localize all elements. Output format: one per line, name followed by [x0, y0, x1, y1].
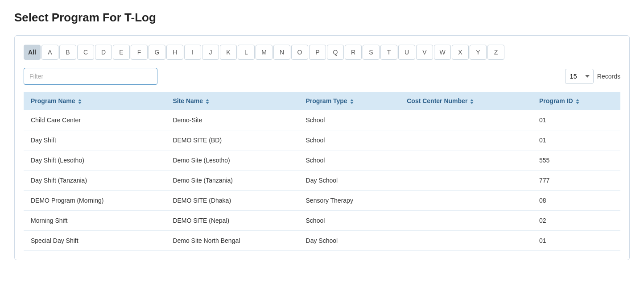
cell-costCenterNumber	[400, 130, 532, 150]
alpha-btn-w[interactable]: W	[434, 45, 451, 60]
cell-programName: Day Shift	[24, 130, 165, 150]
alpha-btn-m[interactable]: M	[256, 45, 272, 60]
alpha-btn-h[interactable]: H	[166, 45, 183, 60]
alpha-btn-r[interactable]: R	[345, 45, 362, 60]
cell-programType: Day School	[299, 231, 400, 251]
table-row[interactable]: Morning ShiftDEMO SITE (Nepal)School02	[24, 211, 620, 231]
alpha-btn-d[interactable]: D	[95, 45, 112, 60]
cell-costCenterNumber	[400, 191, 532, 211]
toolbar: 10152550100 Records	[24, 68, 620, 85]
alpha-btn-e[interactable]: E	[113, 45, 130, 60]
table-row[interactable]: Day Shift (Tanzania)Demo Site (Tanzania)…	[24, 171, 620, 191]
cell-siteName: Demo Site (Tanzania)	[165, 171, 298, 191]
cell-siteName: Demo-Site	[165, 110, 298, 130]
col-header-costCenterNumber[interactable]: Cost Center Number	[400, 92, 532, 110]
cell-costCenterNumber	[400, 211, 532, 231]
cell-programId: 08	[532, 191, 620, 211]
cell-siteName: Demo Site North Bengal	[165, 231, 298, 251]
filter-input[interactable]	[24, 68, 157, 85]
records-control: 10152550100 Records	[565, 69, 620, 84]
alpha-btn-a[interactable]: A	[41, 45, 58, 60]
alpha-btn-j[interactable]: J	[202, 45, 219, 60]
alpha-btn-all[interactable]: All	[24, 45, 41, 60]
cell-siteName: DEMO SITE (BD)	[165, 130, 298, 150]
cell-costCenterNumber	[400, 110, 532, 130]
main-container: AllABCDEFGHIJKLMNOPQRSTUVWXYZ 1015255010…	[14, 35, 630, 260]
cell-programId: 01	[532, 231, 620, 251]
cell-siteName: Demo Site (Lesotho)	[165, 150, 298, 171]
cell-programId: 02	[532, 211, 620, 231]
alpha-btn-o[interactable]: O	[291, 45, 308, 60]
cell-costCenterNumber	[400, 150, 532, 171]
records-label: Records	[597, 73, 620, 80]
cell-programName: Day Shift (Tanzania)	[24, 171, 165, 191]
cell-programType: Day School	[299, 171, 400, 191]
cell-costCenterNumber	[400, 171, 532, 191]
cell-programType: School	[299, 110, 400, 130]
cell-programName: DEMO Program (Morning)	[24, 191, 165, 211]
alpha-btn-z[interactable]: Z	[487, 45, 504, 60]
col-header-programId[interactable]: Program ID	[532, 92, 620, 110]
alpha-btn-u[interactable]: U	[398, 45, 415, 60]
alpha-btn-f[interactable]: F	[131, 45, 148, 60]
cell-programType: School	[299, 130, 400, 150]
alpha-btn-l[interactable]: L	[238, 45, 255, 60]
cell-programName: Child Care Center	[24, 110, 165, 130]
alpha-btn-q[interactable]: Q	[327, 45, 344, 60]
alpha-btn-i[interactable]: I	[184, 45, 201, 60]
records-per-page-select[interactable]: 10152550100	[565, 69, 594, 84]
alpha-btn-c[interactable]: C	[77, 45, 94, 60]
alpha-btn-x[interactable]: X	[452, 45, 469, 60]
table-row[interactable]: Day ShiftDEMO SITE (BD)School01	[24, 130, 620, 150]
cell-programId: 555	[532, 150, 620, 171]
cell-programId: 777	[532, 171, 620, 191]
col-header-programType[interactable]: Program Type	[299, 92, 400, 110]
alpha-btn-t[interactable]: T	[380, 45, 397, 60]
alpha-btn-y[interactable]: Y	[470, 45, 487, 60]
cell-programType: School	[299, 211, 400, 231]
alpha-btn-v[interactable]: V	[416, 45, 433, 60]
alpha-btn-k[interactable]: K	[220, 45, 237, 60]
alpha-btn-n[interactable]: N	[273, 45, 290, 60]
alpha-btn-b[interactable]: B	[59, 45, 76, 60]
alpha-btn-g[interactable]: G	[149, 45, 165, 60]
cell-programName: Special Day Shift	[24, 231, 165, 251]
table-row[interactable]: Child Care CenterDemo-SiteSchool01	[24, 110, 620, 130]
col-header-siteName[interactable]: Site Name	[165, 92, 298, 110]
table-row[interactable]: Day Shift (Lesotho)Demo Site (Lesotho)Sc…	[24, 150, 620, 171]
cell-siteName: DEMO SITE (Dhaka)	[165, 191, 298, 211]
cell-costCenterNumber	[400, 231, 532, 251]
cell-programType: School	[299, 150, 400, 171]
cell-programName: Morning Shift	[24, 211, 165, 231]
alpha-btn-p[interactable]: P	[309, 45, 326, 60]
cell-programName: Day Shift (Lesotho)	[24, 150, 165, 171]
programs-table: Program NameSite NameProgram TypeCost Ce…	[24, 92, 620, 251]
table-row[interactable]: Special Day ShiftDemo Site North BengalD…	[24, 231, 620, 251]
cell-programId: 01	[532, 110, 620, 130]
alpha-btn-s[interactable]: S	[363, 45, 380, 60]
cell-programType: Sensory Therapy	[299, 191, 400, 211]
col-header-programName[interactable]: Program Name	[24, 92, 165, 110]
page-title: Select Program For T-Log	[14, 11, 630, 25]
table-row[interactable]: DEMO Program (Morning)DEMO SITE (Dhaka)S…	[24, 191, 620, 211]
cell-siteName: DEMO SITE (Nepal)	[165, 211, 298, 231]
cell-programId: 01	[532, 130, 620, 150]
alpha-bar: AllABCDEFGHIJKLMNOPQRSTUVWXYZ	[24, 45, 620, 60]
